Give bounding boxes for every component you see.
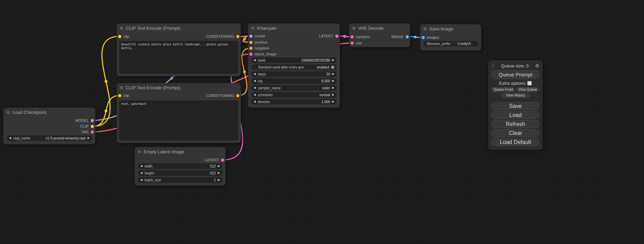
drag-handle-icon[interactable]: ⠿ <box>492 64 494 68</box>
model-input-dot[interactable] <box>249 35 253 38</box>
clear-button[interactable]: Clear <box>492 129 539 137</box>
widget-label: Random seed after every gen <box>258 65 304 69</box>
collapse-dot-icon[interactable] <box>423 27 426 30</box>
widget-ckpt-name[interactable]: ◀ ckpt_name v1-5-pruned-emaonly.ckpt ▶ <box>7 135 92 141</box>
collapse-dot-icon[interactable] <box>7 111 10 114</box>
latent-output-dot[interactable] <box>221 159 224 162</box>
node-save-image[interactable]: Save Image images filename_prefix ComfyU… <box>420 24 481 51</box>
latent-output-dot[interactable] <box>335 35 338 38</box>
output-slot-conditioning: CONDITIONING <box>206 93 239 98</box>
widget-width[interactable]: ◀ width 512 ▶ <box>138 163 222 169</box>
view-queue-button[interactable]: View Queue <box>516 87 539 92</box>
input-slot-negative: negative <box>249 46 269 51</box>
increment-arrow-icon[interactable]: ▶ <box>332 59 334 62</box>
collapse-dot-icon[interactable] <box>251 27 254 30</box>
widget-label: width <box>144 164 152 168</box>
samples-input-dot[interactable] <box>351 35 354 38</box>
conditioning-output-dot[interactable] <box>236 35 239 38</box>
widget-label: seed <box>258 58 265 62</box>
save-button[interactable]: Save <box>492 102 539 110</box>
vae-input-dot[interactable] <box>351 42 354 45</box>
extra-options-checkbox[interactable] <box>527 81 532 85</box>
clip-input-dot[interactable] <box>118 94 121 97</box>
widget-cfg[interactable]: ◀ cfg 8.000 ▶ <box>251 78 337 84</box>
increment-arrow-icon[interactable]: ▶ <box>88 137 90 139</box>
decrement-arrow-icon[interactable]: ◀ <box>254 73 256 75</box>
clip-output-dot[interactable] <box>91 125 94 128</box>
slot-label: CONDITIONING <box>206 93 234 98</box>
widget-steps[interactable]: ◀ steps 20 ▶ <box>251 71 337 77</box>
increment-arrow-icon[interactable]: ▶ <box>332 93 334 96</box>
widget-value: v1-5-pruned-emaonly.ckpt <box>45 136 85 140</box>
clip-input-dot[interactable] <box>118 35 121 38</box>
slot-label: clip <box>123 93 129 98</box>
decrement-arrow-icon[interactable]: ◀ <box>254 87 256 89</box>
increment-arrow-icon[interactable]: ▶ <box>218 179 220 181</box>
settings-gear-icon[interactable]: ⚙ <box>535 63 539 69</box>
widget-sampler-name[interactable]: ◀ sampler_name euler ▶ <box>251 85 337 91</box>
increment-arrow-icon[interactable]: ▶ <box>332 80 334 82</box>
positive-input-dot[interactable] <box>249 41 253 44</box>
widget-scheduler[interactable]: ◀ scheduler normal ▶ <box>251 92 337 98</box>
collapse-dot-icon[interactable] <box>120 86 123 89</box>
decrement-arrow-icon[interactable]: ◀ <box>140 172 142 174</box>
slot-label: CLIP <box>80 124 89 128</box>
output-slot-conditioning: CONDITIONING <box>206 34 239 39</box>
latent-image-input-dot[interactable] <box>249 53 253 56</box>
prompt-textarea[interactable]: beautiful scenery nature glass bottle la… <box>119 41 238 74</box>
increment-arrow-icon[interactable]: ▶ <box>332 73 334 75</box>
refresh-button[interactable]: Refresh <box>492 120 539 128</box>
slot-label: MODEL <box>75 118 89 123</box>
model-output-dot[interactable] <box>91 119 94 122</box>
decrement-arrow-icon[interactable]: ◀ <box>254 59 256 62</box>
node-empty-latent-image[interactable]: Empty Latent Image LATENT ◀ width 512 ▶ … <box>135 147 226 186</box>
node-vae-decode[interactable]: VAE Decode samples vae IMAGE <box>349 24 410 47</box>
slot-label: negative <box>255 46 269 50</box>
widget-value: 512 <box>210 164 216 168</box>
decrement-arrow-icon[interactable]: ◀ <box>254 80 256 82</box>
queue-prompt-button[interactable]: Queue Prompt <box>492 70 539 79</box>
widget-label: cfg <box>258 79 262 83</box>
queue-front-button[interactable]: Queue Front <box>492 87 515 92</box>
widget-denoise[interactable]: ◀ denoise 1.000 ▶ <box>251 99 337 105</box>
images-input-dot[interactable] <box>422 36 425 39</box>
widget-value: 20 <box>326 72 330 76</box>
slot-label: clip <box>123 34 129 38</box>
node-clip-text-encode-negative[interactable]: CLIP Text Encode (Prompt) clip CONDITION… <box>117 83 241 143</box>
collapse-dot-icon[interactable] <box>120 27 123 30</box>
load-default-button[interactable]: Load Default <box>492 138 539 146</box>
decrement-arrow-icon[interactable]: ◀ <box>254 93 256 96</box>
decrement-arrow-icon[interactable]: ◀ <box>140 165 142 168</box>
node-ksampler[interactable]: KSampler model positive negative latent_… <box>248 24 340 108</box>
collapse-dot-icon[interactable] <box>352 27 355 30</box>
increment-arrow-icon[interactable]: ▶ <box>218 165 220 168</box>
widget-label: batch_size <box>144 178 161 182</box>
graph-canvas[interactable]: Load Checkpoint MODEL CLIP VAE ◀ ckpt_na… <box>0 0 644 244</box>
decrement-arrow-icon[interactable]: ◀ <box>9 137 11 139</box>
widget-seed[interactable]: ◀ seed 156680208700286 ▶ <box>251 57 337 63</box>
toggle-dot-icon[interactable] <box>331 66 334 69</box>
view-history-button[interactable]: View History <box>501 93 530 98</box>
widget-random-seed-toggle[interactable]: Random seed after every gen enabled <box>251 64 337 70</box>
increment-arrow-icon[interactable]: ▶ <box>332 87 334 89</box>
load-button[interactable]: Load <box>492 111 539 119</box>
image-output-dot[interactable] <box>406 35 409 38</box>
increment-arrow-icon[interactable]: ▶ <box>332 100 334 103</box>
conditioning-output-dot[interactable] <box>236 94 239 97</box>
vae-output-dot[interactable] <box>91 130 94 134</box>
negative-input-dot[interactable] <box>249 47 253 50</box>
collapse-dot-icon[interactable] <box>138 150 141 153</box>
node-titlebar: Load Checkpoint <box>3 108 95 117</box>
widget-height[interactable]: ◀ height 512 ▶ <box>138 170 222 176</box>
decrement-arrow-icon[interactable]: ◀ <box>140 179 142 181</box>
negative-prompt-textarea[interactable]: text, watermark <box>119 100 238 141</box>
slot-label: model <box>255 34 265 38</box>
node-titlebar: VAE Decode <box>349 24 410 33</box>
widget-filename-prefix[interactable]: filename_prefix ComfyUI <box>423 41 478 46</box>
decrement-arrow-icon[interactable]: ◀ <box>254 100 256 103</box>
increment-arrow-icon[interactable]: ▶ <box>218 172 220 174</box>
output-slot-image: IMAGE <box>391 34 409 39</box>
widget-batch-size[interactable]: ◀ batch_size 1 ▶ <box>138 177 222 183</box>
node-load-checkpoint[interactable]: Load Checkpoint MODEL CLIP VAE ◀ ckpt_na… <box>3 108 95 144</box>
node-clip-text-encode-positive[interactable]: CLIP Text Encode (Prompt) clip CONDITION… <box>117 24 241 76</box>
